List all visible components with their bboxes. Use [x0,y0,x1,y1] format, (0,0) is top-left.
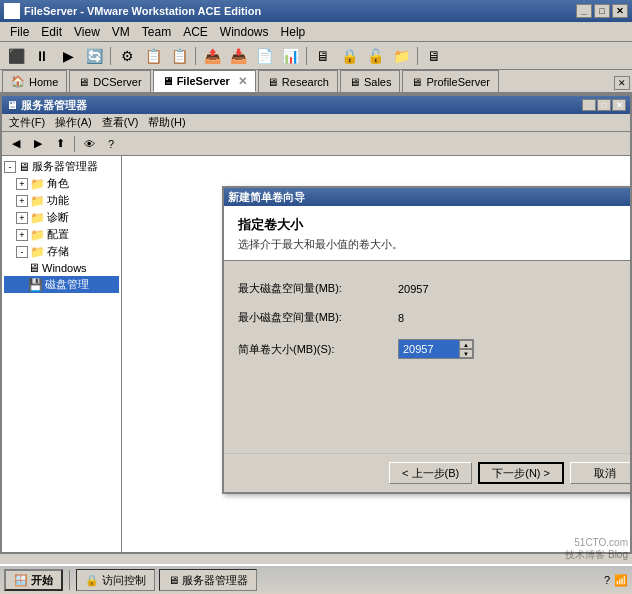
tray-help-icon[interactable]: ? [604,574,610,586]
tab-home[interactable]: 🏠 Home [2,70,67,92]
menu-edit[interactable]: Edit [35,23,68,41]
menu-help[interactable]: Help [275,23,312,41]
taskbar: 🪟 开始 🔒 访问控制 🖥 服务器管理器 ? 📶 [0,564,632,594]
tab-research-icon: 🖥 [267,76,278,88]
toolbar-btn3[interactable]: 📋 [167,45,191,67]
tree-roles[interactable]: + 📁 角色 [4,175,119,192]
toolbar-btn7[interactable]: 📊 [278,45,302,67]
tree-icon-config: 📁 [30,228,45,242]
tray-network-icon[interactable]: 📶 [614,574,628,587]
spinner-up-button[interactable]: ▲ [459,340,473,349]
inner-toolbar-help[interactable]: ? [101,135,121,153]
field-value-max: 20957 [398,283,458,295]
tree-expand-config[interactable]: + [16,229,28,241]
tab-profileserver[interactable]: 🖥 ProfileServer [402,70,499,92]
tree-expand-diagnostics[interactable]: + [16,212,28,224]
toolbar-sep2 [195,47,196,65]
inner-toolbar-fwd[interactable]: ▶ [28,135,48,153]
inner-menu-file[interactable]: 文件(F) [4,114,50,131]
tree-label-windows: Windows [42,262,87,274]
dialog-header-subtitle: 选择介于最大和最小值的卷大小。 [238,237,630,252]
tab-fileserver[interactable]: 🖥 FileServer ✕ [153,70,256,92]
inner-menu-action[interactable]: 操作(A) [50,114,97,131]
tab-fileserver-close[interactable]: ✕ [238,75,247,88]
tree-server-manager[interactable]: - 🖥 服务器管理器 [4,158,119,175]
taskbar-item-access[interactable]: 🔒 访问控制 [76,569,155,591]
volume-size-input[interactable] [399,340,459,358]
tab-sales[interactable]: 🖥 Sales [340,70,401,92]
close-button[interactable]: ✕ [612,4,628,18]
app-icon: 🖥 [4,3,20,19]
menu-team[interactable]: Team [136,23,177,41]
field-value-min: 8 [398,312,458,324]
toolbar-stop[interactable]: ⬛ [4,45,28,67]
right-panel: 新建简单卷向导 ✕ 指定卷大小 选择介于最大和最小值的卷大小。 最大磁盘空间量(… [122,156,630,552]
tree-windows[interactable]: 🖥 Windows [4,260,119,276]
toolbar-btn1[interactable]: ⚙ [115,45,139,67]
wizard-dialog: 新建简单卷向导 ✕ 指定卷大小 选择介于最大和最小值的卷大小。 最大磁盘空间量(… [222,186,630,494]
inner-maximize[interactable]: □ [597,99,611,111]
menu-bar: File Edit View VM Team ACE Windows Help [0,22,632,42]
tree-label-features: 功能 [47,193,69,208]
toolbar-refresh[interactable]: 🔄 [82,45,106,67]
start-button[interactable]: 🪟 开始 [4,569,63,591]
tree-disk-manager[interactable]: 💾 磁盘管理 [4,276,119,293]
toolbar-btn2[interactable]: 📋 [141,45,165,67]
menu-view[interactable]: View [68,23,106,41]
title-bar: 🖥 FileServer - VMware Workstation ACE Ed… [0,0,632,22]
toolbar-btn9[interactable]: 🔒 [337,45,361,67]
menu-vm[interactable]: VM [106,23,136,41]
tree-expand-features[interactable]: + [16,195,28,207]
main-window: 🖥 服务器管理器 _ □ ✕ 文件(F) 操作(A) 查看(V) 帮助(H) ◀… [0,94,632,554]
inner-toolbar-show[interactable]: 👁 [79,135,99,153]
inner-menu-view[interactable]: 查看(V) [97,114,144,131]
dialog-body: 最大磁盘空间量(MB): 20957 最小磁盘空间量(MB): 8 简单卷大小(… [224,261,630,453]
back-button[interactable]: < 上一步(B) [389,462,472,484]
inner-minimize[interactable]: _ [582,99,596,111]
menu-file[interactable]: File [4,23,35,41]
inner-close[interactable]: ✕ [612,99,626,111]
taskbar-access-icon: 🔒 [85,574,99,587]
inner-menu-help[interactable]: 帮助(H) [143,114,190,131]
tab-profileserver-label: ProfileServer [426,76,490,88]
tree-features[interactable]: + 📁 功能 [4,192,119,209]
tree-config[interactable]: + 📁 配置 [4,226,119,243]
toolbar-pause[interactable]: ⏸ [30,45,54,67]
toolbar-btn12[interactable]: 🖥 [422,45,446,67]
tab-dcserver-icon: 🖥 [78,76,89,88]
inner-toolbar-back[interactable]: ◀ [6,135,26,153]
toolbar-sep4 [417,47,418,65]
next-button[interactable]: 下一步(N) > [478,462,564,484]
tree-diagnostics[interactable]: + 📁 诊断 [4,209,119,226]
tree-icon-diagnostics: 📁 [30,211,45,225]
toolbar-btn11[interactable]: 📁 [389,45,413,67]
toolbar-btn10[interactable]: 🔓 [363,45,387,67]
tab-research[interactable]: 🖥 Research [258,70,338,92]
tree-expand-root[interactable]: - [4,161,16,173]
tree-expand-storage[interactable]: - [16,246,28,258]
taskbar-item-server[interactable]: 🖥 服务器管理器 [159,569,257,591]
minimize-button[interactable]: _ [576,4,592,18]
toolbar-btn8[interactable]: 🖥 [311,45,335,67]
tab-fileserver-label: FileServer [177,75,230,87]
inner-toolbar-up[interactable]: ⬆ [50,135,70,153]
spinner-down-button[interactable]: ▼ [459,349,473,358]
toolbar-btn6[interactable]: 📄 [252,45,276,67]
dialog-header: 指定卷大小 选择介于最大和最小值的卷大小。 [224,206,630,261]
maximize-button[interactable]: □ [594,4,610,18]
inner-title-icon: 🖥 [6,99,17,111]
toolbar-btn4[interactable]: 📤 [200,45,224,67]
tab-dcserver[interactable]: 🖥 DCServer [69,70,150,92]
inner-title-bar: 🖥 服务器管理器 _ □ ✕ [2,96,630,114]
toolbar-play[interactable]: ▶ [56,45,80,67]
menu-ace[interactable]: ACE [177,23,214,41]
toolbar-btn5[interactable]: 📥 [226,45,250,67]
menu-windows[interactable]: Windows [214,23,275,41]
field-row-max: 最大磁盘空间量(MB): 20957 [238,281,630,296]
tree-storage[interactable]: - 📁 存储 [4,243,119,260]
tree-expand-roles[interactable]: + [16,178,28,190]
cancel-button[interactable]: 取消 [570,462,630,484]
tab-close-all[interactable]: ✕ [614,76,630,90]
content-area: - 🖥 服务器管理器 + 📁 角色 + 📁 功能 + 📁 诊断 + 📁 [2,156,630,552]
tab-home-label: Home [29,76,58,88]
